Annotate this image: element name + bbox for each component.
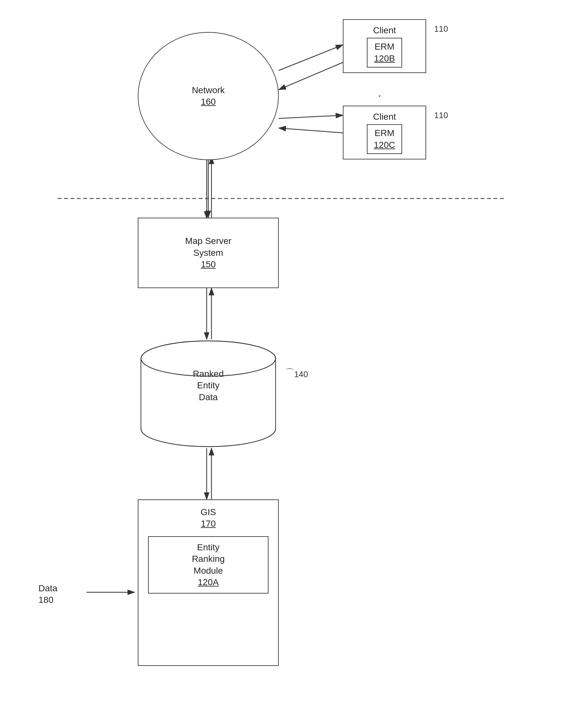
ref-110-bottom: 110 xyxy=(434,110,448,120)
gis-outer-box: GIS 170 EntityRankingModule 120A xyxy=(138,499,279,666)
svg-line-4 xyxy=(279,62,343,90)
svg-line-6 xyxy=(279,128,343,133)
entity-ranking-label: EntityRankingModule xyxy=(153,542,263,577)
ref-110-top: 110 xyxy=(434,24,448,34)
erm-top-box: ERM 120B xyxy=(367,38,402,68)
ranked-entity-db: RankedEntityData xyxy=(138,339,279,448)
network-id: 160 xyxy=(192,96,225,108)
erm-bottom-label: ERM xyxy=(374,127,395,139)
erm-top-label: ERM xyxy=(374,41,395,53)
network-label: Network xyxy=(192,85,225,96)
data-text: Data xyxy=(38,583,57,594)
client-bottom-box: Client ERM 120C xyxy=(343,106,426,159)
diagram-container: Client ERM 120B 110 ··· Client ERM 120C … xyxy=(0,0,562,728)
network-ellipse: Network 160 xyxy=(138,32,279,160)
client-top-label: Client xyxy=(350,25,419,36)
gis-id: 170 xyxy=(145,518,272,530)
gis-label: GIS xyxy=(145,506,272,518)
ref-140: ⌒140 xyxy=(285,368,308,380)
svg-line-5 xyxy=(279,115,343,118)
svg-line-3 xyxy=(279,45,343,70)
erm-bottom-box: ERM 120C xyxy=(367,124,403,154)
data-label: Data 180 xyxy=(38,583,57,606)
client-top-box: Client ERM 120B xyxy=(343,19,426,73)
data-id: 180 xyxy=(38,594,57,606)
ranked-entity-label: RankedEntityData xyxy=(138,368,279,403)
map-server-label: Map ServerSystem xyxy=(185,235,232,259)
entity-ranking-id: 120A xyxy=(153,577,263,588)
arrows-svg xyxy=(0,0,562,728)
client-bottom-label: Client xyxy=(350,111,419,123)
map-server-box: Map ServerSystem 150 xyxy=(138,218,279,288)
erm-top-id: 120B xyxy=(374,53,395,64)
map-server-id: 150 xyxy=(201,259,216,270)
erm-bottom-id: 120C xyxy=(374,139,395,151)
